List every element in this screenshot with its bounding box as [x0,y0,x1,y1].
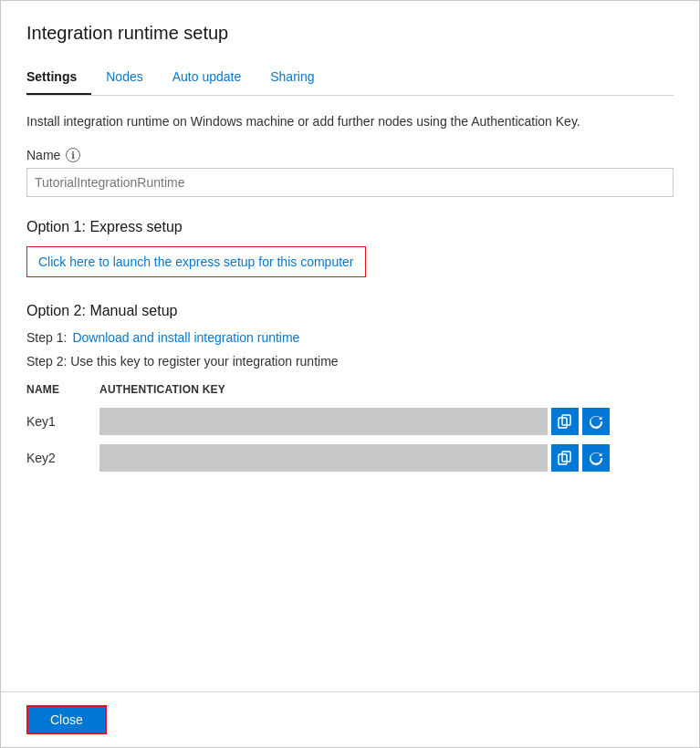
name-label: Name [26,148,60,162]
key1-input-container [99,408,610,435]
tab-sharing[interactable]: Sharing [270,62,329,95]
key1-input[interactable] [99,408,548,435]
refresh-icon [589,414,603,429]
col-header-name: NAME [26,378,99,403]
copy-icon [558,414,572,429]
tab-bar: Settings Nodes Auto update Sharing [26,62,674,96]
settings-description: Install integration runtime on Windows m… [26,112,674,131]
step2-text: Step 2: Use this key to register your in… [26,354,339,369]
key2-input[interactable] [99,444,548,472]
dialog-title: Integration runtime setup [26,23,674,44]
name-info-icon[interactable]: ℹ [66,148,80,162]
key1-name: Key1 [26,403,99,440]
dialog-footer: Close [1,691,699,747]
col-header-auth-key: AUTHENTICATION KEY [99,378,610,403]
key1-refresh-button[interactable] [582,408,610,435]
step2-row: Step 2: Use this key to register your in… [26,354,674,369]
table-row: Key2 [26,440,674,476]
key2-copy-button[interactable] [551,444,579,472]
key2-refresh-button[interactable] [582,444,610,472]
tab-settings[interactable]: Settings [26,62,91,95]
close-button[interactable]: Close [26,705,107,734]
table-row: Key1 [26,403,674,440]
tab-nodes[interactable]: Nodes [106,62,157,95]
tab-auto-update[interactable]: Auto update [172,62,256,95]
integration-runtime-dialog: Integration runtime setup Settings Nodes… [0,0,700,748]
key2-name: Key2 [26,440,99,476]
refresh-icon [589,451,603,465]
key1-copy-button[interactable] [551,408,579,435]
keys-table: NAME AUTHENTICATION KEY Key1 [26,378,674,476]
key2-input-container [99,444,610,472]
name-input[interactable] [26,168,674,197]
step1-link[interactable]: Download and install integration runtime [72,330,299,345]
option1-title: Option 1: Express setup [26,219,674,235]
key2-cell [99,440,610,476]
step1-row: Step 1: Download and install integration… [26,330,674,345]
step1-label: Step 1: [26,330,67,345]
express-link-box: Click here to launch the express setup f… [26,246,366,277]
dialog-content: Integration runtime setup Settings Nodes… [1,1,699,691]
express-setup-link[interactable]: Click here to launch the express setup f… [38,255,354,269]
copy-icon [558,451,572,465]
option2-title: Option 2: Manual setup [26,303,674,319]
key1-cell [99,403,610,440]
name-field-label: Name ℹ [26,148,674,162]
